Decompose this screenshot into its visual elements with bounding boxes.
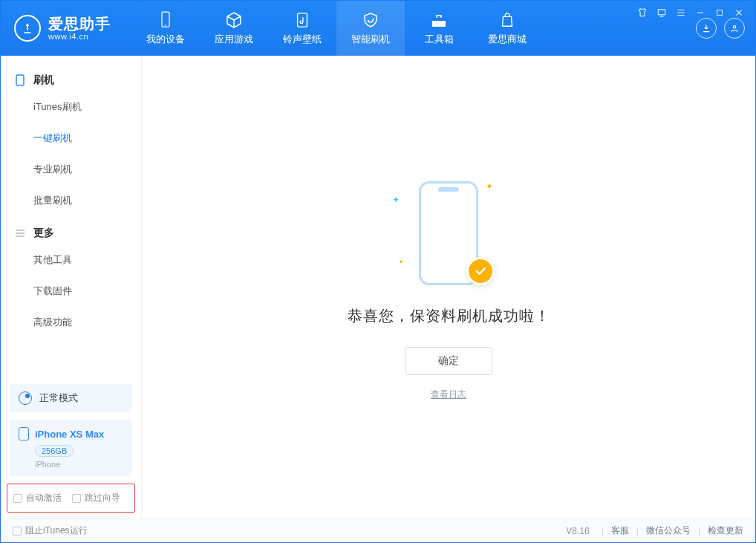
sidebar-group-flash: 刷机 <box>1 63 141 91</box>
svg-rect-4 <box>298 13 307 27</box>
checkbox-icon <box>13 494 22 503</box>
nav-label: 爱思商城 <box>488 33 527 46</box>
main-content: ✦ ✦ • 恭喜您，保资料刷机成功啦！ 确定 查看日志 <box>142 56 755 518</box>
download-manager-button[interactable] <box>696 18 717 39</box>
minimize-icon[interactable] <box>694 7 706 19</box>
checkbox-icon <box>13 527 22 536</box>
nav-smart-flash[interactable]: 智能刷机 <box>336 1 405 56</box>
group-title: 更多 <box>33 227 54 240</box>
sidebar-item-one-click-flash[interactable]: 一键刷机 <box>1 123 141 154</box>
music-file-icon <box>293 10 312 30</box>
logo-badge-icon <box>14 15 41 42</box>
nav-label: 智能刷机 <box>351 33 390 46</box>
footer-link-check-update[interactable]: 检查更新 <box>708 524 743 537</box>
bag-icon <box>498 10 517 30</box>
svg-rect-8 <box>16 75 24 85</box>
sidebar-item-download-firmware[interactable]: 下载固件 <box>1 276 141 307</box>
device-icon <box>156 10 175 30</box>
cube-icon <box>224 10 244 30</box>
sidebar-item-itunes-flash[interactable]: iTunes刷机 <box>1 91 141 123</box>
nav-store[interactable]: 爱思商城 <box>473 1 541 56</box>
success-title: 恭喜您，保资料刷机成功啦！ <box>348 306 550 326</box>
footer-link-wechat[interactable]: 微信公众号 <box>646 524 691 537</box>
nav-label: 工具箱 <box>425 33 454 46</box>
account-button[interactable] <box>724 18 745 39</box>
app-window: 爱思助手 www.i4.cn 我的设备 应用游戏 铃声壁纸 智能刷机 <box>0 0 756 543</box>
ok-button[interactable]: 确定 <box>405 347 492 375</box>
header: 爱思助手 www.i4.cn 我的设备 应用游戏 铃声壁纸 智能刷机 <box>1 1 755 56</box>
footer-link-support[interactable]: 客服 <box>611 524 629 537</box>
device-storage-badge: 256GB <box>35 445 74 457</box>
nav-my-device[interactable]: 我的设备 <box>131 1 200 56</box>
list-icon <box>14 227 26 239</box>
nav-ringtone-wallpaper[interactable]: 铃声壁纸 <box>268 1 336 56</box>
checkbox-label: 自动激活 <box>26 492 62 504</box>
sidebar-item-pro-flash[interactable]: 专业刷机 <box>1 154 141 185</box>
svg-point-3 <box>165 25 166 26</box>
checkbox-auto-activate[interactable]: 自动激活 <box>13 492 62 504</box>
device-card[interactable]: iPhone XS Max 256GB iPhone <box>10 420 132 476</box>
mode-status-icon <box>19 391 32 405</box>
app-title: 爱思助手 <box>48 16 111 32</box>
toolbox-icon <box>429 10 449 30</box>
phone-outline-icon <box>14 74 26 86</box>
mode-card[interactable]: 正常模式 <box>10 384 132 412</box>
mode-label: 正常模式 <box>39 391 78 405</box>
nav-apps-games[interactable]: 应用游戏 <box>200 1 268 56</box>
logo: 爱思助手 www.i4.cn <box>1 1 124 56</box>
success-check-icon <box>466 257 495 285</box>
refresh-shield-icon <box>361 10 380 30</box>
checkbox-label: 阻止iTunes运行 <box>25 524 88 537</box>
sidebar-group-more: 更多 <box>1 216 141 244</box>
nav-label: 我的设备 <box>146 33 185 46</box>
success-illustration: ✦ ✦ • <box>367 174 530 293</box>
app-site: www.i4.cn <box>48 32 111 41</box>
checkbox-icon <box>72 494 81 503</box>
sidebar-nav: 刷机 iTunes刷机 一键刷机 专业刷机 批量刷机 更多 其他工具 下载固件 … <box>1 56 141 377</box>
top-nav: 我的设备 应用游戏 铃声壁纸 智能刷机 工具箱 爱思商城 <box>131 1 541 56</box>
svg-rect-1 <box>717 10 723 16</box>
nav-toolbox[interactable]: 工具箱 <box>405 1 473 56</box>
checkbox-block-itunes[interactable]: 阻止iTunes运行 <box>13 524 88 537</box>
footer: 阻止iTunes运行 V8.16 | 客服 | 微信公众号 | 检查更新 <box>1 518 755 542</box>
checkbox-skip-wizard[interactable]: 跳过向导 <box>72 492 120 504</box>
sidebar: 刷机 iTunes刷机 一键刷机 专业刷机 批量刷机 更多 其他工具 下载固件 … <box>1 56 142 518</box>
svg-rect-6 <box>432 18 446 21</box>
sidebar-bottom: 正常模式 iPhone XS Max 256GB iPhone <box>1 377 141 484</box>
svg-point-7 <box>733 26 736 29</box>
close-icon[interactable] <box>733 7 745 19</box>
version-label: V8.16 <box>566 526 589 536</box>
window-controls <box>636 7 745 19</box>
svg-rect-0 <box>658 10 665 15</box>
group-title: 刷机 <box>33 74 54 87</box>
sidebar-item-other-tools[interactable]: 其他工具 <box>1 244 141 276</box>
highlighted-checkbox-row: 自动激活 跳过向导 <box>7 484 135 513</box>
view-log-link[interactable]: 查看日志 <box>431 388 466 401</box>
device-name: iPhone XS Max <box>35 429 104 440</box>
nav-label: 铃声壁纸 <box>283 33 322 46</box>
device-type: iPhone <box>35 460 123 469</box>
sidebar-item-batch-flash[interactable]: 批量刷机 <box>1 185 141 216</box>
maximize-icon[interactable] <box>714 7 726 19</box>
device-phone-icon <box>19 427 29 440</box>
checkbox-label: 跳过向导 <box>85 492 120 504</box>
feedback-icon[interactable] <box>656 7 668 19</box>
nav-label: 应用游戏 <box>215 33 253 46</box>
sidebar-item-advanced[interactable]: 高级功能 <box>1 307 141 338</box>
menu-icon[interactable] <box>675 7 687 19</box>
body: 刷机 iTunes刷机 一键刷机 专业刷机 批量刷机 更多 其他工具 下载固件 … <box>1 56 755 518</box>
skin-icon[interactable] <box>636 7 648 19</box>
